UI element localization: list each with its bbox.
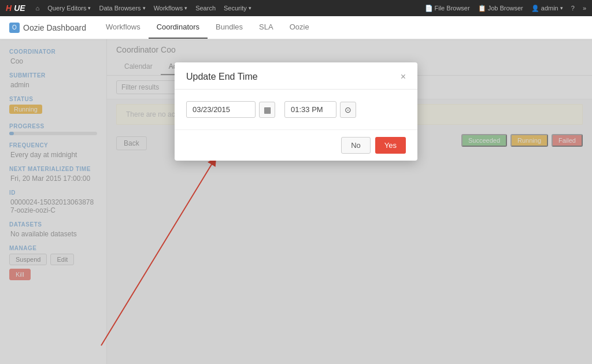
nav-help[interactable]: ?	[571, 5, 575, 12]
calendar-icon[interactable]: ▦	[259, 102, 275, 118]
file-icon: 📄	[425, 5, 433, 12]
date-input[interactable]	[186, 101, 256, 118]
nav-job-browser[interactable]: 📋 Job Browser	[478, 5, 523, 12]
job-icon: 📋	[478, 5, 486, 12]
nav-security[interactable]: Security	[224, 5, 251, 12]
home-icon: ⌂	[36, 5, 40, 12]
oozie-icon: O	[9, 23, 20, 33]
tab-oozie[interactable]: Oozie	[282, 16, 317, 39]
tab-workflows[interactable]: Workflows	[98, 16, 149, 39]
tab-bundles[interactable]: Bundles	[208, 16, 251, 39]
date-time-input-row: ▦ ⊙	[186, 101, 406, 118]
modal-title: Update End Time	[186, 72, 258, 82]
dashboard-bar: O Oozie Dashboard Workflows Coordinators…	[0, 16, 592, 39]
nav-file-browser[interactable]: 📄 File Browser	[425, 5, 470, 12]
modal-header: Update End Time ×	[175, 62, 417, 90]
nav-data-browsers[interactable]: Data Browsers	[99, 5, 145, 12]
tab-coordinators[interactable]: Coordinators	[149, 16, 208, 39]
modal-close-button[interactable]: ×	[401, 72, 406, 81]
dashboard-title: O Oozie Dashboard	[9, 23, 86, 33]
nav-right: 📄 File Browser 📋 Job Browser 👤 admin ? »	[425, 5, 586, 12]
nav-workflows[interactable]: Workflows	[154, 5, 188, 12]
tab-sla[interactable]: SLA	[251, 16, 282, 39]
hue-logo[interactable]: HUE	[6, 3, 25, 13]
logo-ue: UE	[14, 3, 25, 13]
main-content: COORDINATOR Coo SUBMITTER admin STATUS R…	[0, 39, 592, 364]
dashboard-tabs: Workflows Coordinators Bundles SLA Oozie	[98, 16, 317, 39]
yes-button[interactable]: Yes	[375, 137, 406, 154]
user-icon: 👤	[531, 5, 539, 12]
no-button[interactable]: No	[341, 137, 371, 154]
modal-footer: No Yes	[175, 129, 417, 161]
nav-query-editors[interactable]: Query Editors	[47, 5, 91, 12]
top-navigation: HUE ⌂ Query Editors Data Browsers Workfl…	[0, 0, 592, 16]
nav-more[interactable]: »	[583, 5, 586, 12]
clock-icon[interactable]: ⊙	[340, 102, 356, 118]
nav-search[interactable]: Search	[195, 5, 216, 12]
nav-home[interactable]: ⌂	[36, 5, 40, 12]
modal-overlay: Update End Time × ▦ ⊙ No Yes	[0, 39, 592, 364]
nav-admin[interactable]: 👤 admin	[531, 5, 563, 12]
update-end-time-modal: Update End Time × ▦ ⊙ No Yes	[175, 62, 417, 161]
logo-h: H	[6, 3, 12, 13]
modal-body: ▦ ⊙	[175, 90, 417, 129]
time-input[interactable]	[284, 101, 336, 118]
